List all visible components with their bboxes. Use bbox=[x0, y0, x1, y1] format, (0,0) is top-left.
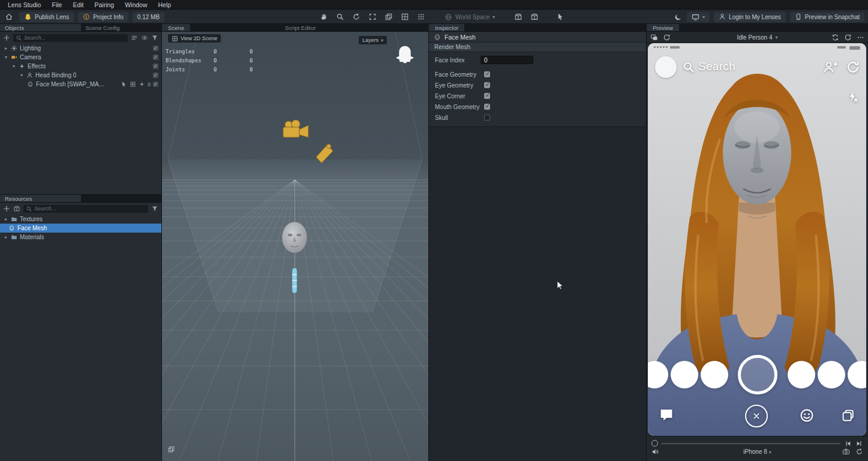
objects-search-input[interactable] bbox=[24, 35, 125, 41]
objects-search[interactable] bbox=[13, 34, 128, 42]
menu-item-pairing[interactable]: Pairing bbox=[89, 0, 119, 10]
list-view-button[interactable] bbox=[131, 34, 138, 41]
lens-thumbnail[interactable] bbox=[818, 361, 845, 388]
step-forward-icon[interactable] bbox=[855, 440, 863, 447]
hand-tool-button[interactable] bbox=[319, 12, 329, 22]
visibility-checkbox[interactable] bbox=[153, 55, 158, 60]
expand-arrow-icon[interactable]: ▸ bbox=[4, 216, 8, 222]
close-lens-button[interactable] bbox=[745, 405, 768, 427]
flash-off-icon[interactable] bbox=[846, 90, 859, 103]
world-space-dropdown[interactable]: World Space ▾ bbox=[444, 13, 495, 21]
light-gizmo[interactable] bbox=[314, 143, 335, 165]
device-dropdown[interactable]: ▾ bbox=[687, 12, 710, 22]
phone-preview[interactable]: Search bbox=[648, 43, 866, 436]
collapse-arrow-icon[interactable]: ▾ bbox=[11, 64, 16, 69]
fit-view-button[interactable] bbox=[368, 12, 377, 22]
chat-icon[interactable] bbox=[659, 407, 674, 423]
lens-thumbnail[interactable] bbox=[701, 361, 728, 388]
resources-search-input[interactable] bbox=[34, 206, 146, 212]
snapchat-search-label[interactable]: Search bbox=[698, 60, 735, 73]
search-icon[interactable] bbox=[682, 61, 695, 74]
refresh-icon[interactable] bbox=[831, 34, 839, 41]
timeline-scrubber[interactable] bbox=[661, 443, 840, 444]
login-button[interactable]: Login to My Lenses bbox=[714, 12, 786, 22]
tab-resources[interactable]: Resources bbox=[0, 195, 81, 202]
eye-corner-checkbox[interactable] bbox=[484, 93, 490, 99]
tab-objects[interactable]: Objects bbox=[0, 24, 81, 31]
visibility-toggle-button[interactable] bbox=[141, 34, 148, 41]
theme-toggle-button[interactable] bbox=[673, 12, 683, 22]
capture-button[interactable] bbox=[738, 355, 777, 394]
lens-explorer-icon[interactable] bbox=[799, 408, 815, 423]
import-resource-button[interactable] bbox=[13, 205, 20, 212]
tab-script-editor[interactable]: Script Editor bbox=[280, 24, 321, 31]
filter-button[interactable] bbox=[151, 205, 158, 212]
camera-flip-icon[interactable] bbox=[842, 448, 850, 456]
face-index-input[interactable] bbox=[480, 56, 533, 64]
visibility-checkbox[interactable] bbox=[153, 64, 158, 69]
add-object-button[interactable] bbox=[3, 34, 10, 41]
duplicate-view-button[interactable] bbox=[384, 12, 394, 22]
resource-row-materials[interactable]: ▸ Materials bbox=[0, 233, 161, 242]
select-tool-button[interactable] bbox=[555, 12, 565, 22]
lens-thumbnail[interactable] bbox=[788, 361, 815, 388]
reset-icon[interactable] bbox=[844, 34, 852, 41]
scene-viewport[interactable]: View 2D Scene Layers ▾ Triangles00 Blend… bbox=[162, 32, 428, 461]
tree-row-camera[interactable]: ▾ Camera bbox=[0, 53, 161, 62]
menu-item-edit[interactable]: Edit bbox=[67, 0, 89, 10]
split-view-button[interactable] bbox=[400, 12, 410, 22]
import-package-button[interactable] bbox=[530, 12, 539, 22]
filter-button[interactable] bbox=[151, 34, 158, 41]
visibility-checkbox[interactable] bbox=[153, 73, 158, 78]
tree-row-lighting[interactable]: ▸ Lighting bbox=[0, 44, 161, 53]
collapse-arrow-icon[interactable]: ▾ bbox=[19, 73, 24, 78]
menu-item-lens-studio[interactable]: Lens Studio bbox=[2, 0, 46, 10]
publish-lens-button[interactable]: Publish Lens bbox=[19, 12, 74, 22]
axis-handle[interactable] bbox=[291, 267, 298, 294]
memories-icon[interactable] bbox=[841, 408, 855, 423]
add-friend-icon[interactable] bbox=[823, 60, 837, 74]
tree-row-effects[interactable]: ▾ Effects bbox=[0, 62, 161, 71]
viewport-mode-icon[interactable] bbox=[167, 445, 175, 453]
rotate-device-icon[interactable] bbox=[855, 448, 863, 456]
lens-thumbnail[interactable] bbox=[671, 361, 698, 388]
tree-row-head-binding[interactable]: ▾ Head Binding 0 bbox=[0, 71, 161, 80]
skull-checkbox[interactable] bbox=[484, 115, 490, 120]
collapse-arrow-icon[interactable]: ▾ bbox=[4, 55, 8, 60]
resources-search[interactable] bbox=[23, 205, 148, 213]
mouth-geometry-checkbox[interactable] bbox=[484, 104, 490, 110]
resource-row-textures[interactable]: ▸ Textures bbox=[0, 215, 161, 224]
face-mesh-object[interactable] bbox=[280, 221, 309, 254]
render-mesh-section-header[interactable]: Render Mesh bbox=[429, 43, 646, 52]
zoom-tool-button[interactable] bbox=[335, 12, 345, 22]
resource-row-face-mesh[interactable]: Face Mesh bbox=[0, 224, 161, 233]
visibility-checkbox[interactable] bbox=[153, 46, 158, 51]
tree-row-face-mesh[interactable]: Face Mesh [SWAP_MATERIAL 0 bbox=[0, 80, 161, 89]
step-back-icon[interactable] bbox=[845, 440, 852, 447]
face-geometry-checkbox[interactable] bbox=[484, 71, 490, 77]
grid-snap-button[interactable] bbox=[416, 12, 426, 22]
expand-arrow-icon[interactable]: ▸ bbox=[4, 46, 8, 51]
expand-arrow-icon[interactable]: ▸ bbox=[4, 234, 8, 240]
preview-in-snapchat-button[interactable]: Preview in Snapchat bbox=[790, 12, 864, 22]
export-package-button[interactable] bbox=[513, 12, 523, 22]
layers-dropdown[interactable]: Layers ▾ bbox=[359, 36, 387, 44]
menu-item-window[interactable]: Window bbox=[119, 0, 152, 10]
view-2d-scene-button[interactable]: View 2D Scene bbox=[168, 34, 221, 43]
camera-gizmo[interactable] bbox=[281, 119, 310, 143]
playhead-handle[interactable] bbox=[651, 440, 658, 447]
orbit-tool-button[interactable] bbox=[352, 12, 361, 22]
tab-preview[interactable]: Preview bbox=[647, 24, 679, 31]
refresh-lens-icon[interactable] bbox=[846, 60, 860, 74]
project-info-button[interactable]: Project Info bbox=[78, 12, 128, 22]
menu-item-help[interactable]: Help bbox=[153, 0, 177, 10]
tab-scene-config[interactable]: Scene Config bbox=[81, 24, 125, 31]
tab-scene[interactable]: Scene bbox=[162, 24, 190, 31]
eye-geometry-checkbox[interactable] bbox=[484, 82, 490, 88]
profile-avatar[interactable] bbox=[655, 56, 677, 78]
visibility-checkbox[interactable] bbox=[153, 82, 158, 87]
menu-item-file[interactable]: File bbox=[46, 0, 67, 10]
add-resource-button[interactable] bbox=[3, 205, 10, 212]
tab-inspector[interactable]: Inspector bbox=[429, 24, 464, 31]
more-options-icon[interactable] bbox=[857, 34, 864, 41]
